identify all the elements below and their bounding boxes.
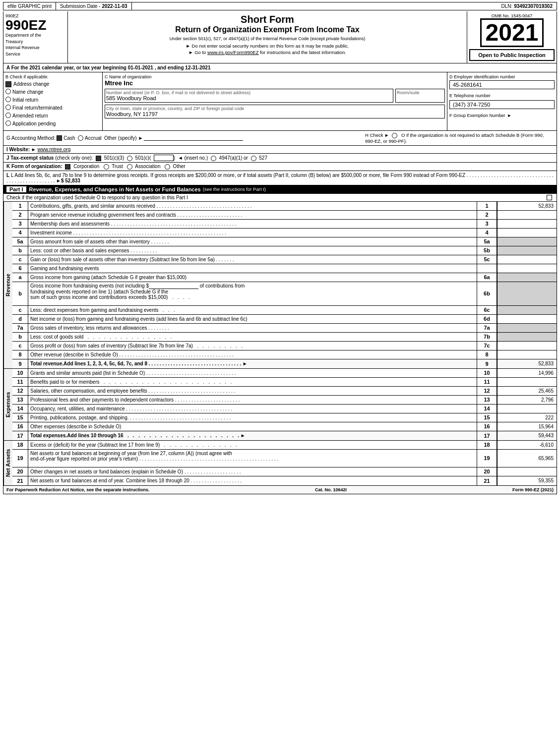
row-10: 10 Grants and similar amounts paid (list… (12, 369, 557, 378)
part1-check-box[interactable] (547, 195, 552, 200)
initial-return-radio[interactable] (5, 97, 11, 102)
irs-link[interactable]: www.irs.gov/Form990EZ (207, 50, 258, 55)
501c-radio[interactable] (127, 156, 132, 161)
row-6-lineno (477, 264, 497, 273)
row-19-num: 19 (12, 450, 28, 467)
row-14-value (497, 405, 557, 413)
row-2-num: 2 (12, 211, 28, 219)
other-radio[interactable] (165, 164, 170, 170)
insert-no-label: ◄ (insert no.) (178, 155, 208, 161)
section-a-text: A For the 2021 calendar year, or tax yea… (6, 65, 210, 70)
j-label: J Tax-exempt status (6, 155, 54, 161)
row-16-value: 15,964 (497, 422, 557, 431)
city-label: City or town, state or province, country… (106, 106, 443, 111)
row-13: 13 Professional fees and other payments … (12, 396, 557, 405)
row-7c-lineno: 7c (477, 342, 497, 350)
row-3-num: 3 (12, 220, 28, 228)
row-6-desc: Gaming and fundraising events (28, 264, 477, 273)
row-6a-num: a (12, 273, 28, 282)
501c3-label: 501(c)(3) (104, 155, 124, 161)
amended-return-label: Amended return (12, 113, 48, 119)
name-change-radio[interactable] (5, 89, 11, 94)
row-8: 8 Other revenue (describe in Schedule O)… (12, 350, 557, 359)
row-16-lineno: 16 (477, 422, 497, 431)
row-16-num: 16 (12, 422, 28, 431)
row-11: 11 Benefits paid to or for members . . .… (12, 378, 557, 387)
check-application-pending: Application pending (5, 120, 100, 127)
row-11-value (497, 378, 557, 386)
row-7a: 7a Gross sales of inventory, less return… (12, 324, 557, 333)
row-9-num: 9 (12, 359, 28, 368)
row-1-num: 1 (12, 202, 28, 210)
form-title-sub: Return of Organization Exempt From Incom… (70, 25, 465, 34)
row-6-value (497, 264, 557, 273)
website-url[interactable]: www.mtree.org (38, 147, 71, 152)
address-field: Number and street (or P. O. box, if mail… (105, 89, 393, 103)
row-14-desc: Occupancy, rent, utilities, and maintena… (28, 405, 477, 413)
row-5c-desc: Gain or (loss) from sale of assets other… (28, 255, 477, 264)
address-change-checkbox[interactable] (5, 81, 11, 87)
k-label: K Form of organization: (6, 164, 62, 169)
row-5b-value (497, 246, 557, 255)
row-5c-lineno: 5c (477, 255, 497, 264)
amended-return-radio[interactable] (5, 113, 11, 118)
form-note3: ► Go to www.irs.gov/Form990EZ for instru… (70, 50, 465, 55)
row-13-lineno: 13 (477, 396, 497, 404)
row-11-lineno: 11 (477, 378, 497, 386)
city-value: Woodbury, NY 11797 (106, 111, 443, 117)
corporation-checkbox[interactable] (65, 164, 70, 170)
501c3-checkbox[interactable] (96, 156, 101, 161)
c-label: C Name of organization (105, 74, 445, 79)
footer-left: For Paperwork Reduction Act Notice, see … (6, 487, 149, 492)
cash-label: Cash (63, 135, 75, 141)
tax-section: J Tax-exempt status (check only one): 50… (3, 154, 557, 163)
part1-subtitle: (see the instructions for Part I) (203, 186, 266, 192)
corporation-label: Corporation (73, 164, 99, 169)
row-8-num: 8 (12, 350, 28, 359)
row-14-num: 14 (12, 405, 28, 413)
part1-check-row: Check if the organization used Schedule … (3, 194, 557, 202)
address-value: 585 Woodbury Road (106, 95, 392, 101)
address-row: Number and street (or P. O. box, if mail… (105, 89, 445, 103)
row-6-num: 6 (12, 264, 28, 273)
check-address-change: Address change (5, 81, 100, 88)
row-10-desc: Grants and similar amounts paid (list in… (28, 369, 477, 377)
net-assets-label: Net Assets (3, 441, 12, 485)
row-1-value: 52,833 (497, 202, 557, 210)
expenses-rows: 10 Grants and similar amounts paid (list… (12, 369, 557, 440)
row-1: 1 Contributions, gifts, grants, and simi… (12, 202, 557, 211)
row-18-num: 18 (12, 441, 28, 449)
b-label: B Check if applicable: (5, 74, 100, 79)
net-assets-section: Net Assets 18 Excess or (deficit) for th… (3, 441, 557, 486)
row-4-num: 4 (12, 229, 28, 237)
row-9-value: 52,833 (497, 359, 557, 368)
row-21-value: 59,355 (497, 476, 557, 485)
h-radio[interactable] (392, 133, 397, 138)
row-19: 19 Net assets or fund balances at beginn… (12, 450, 557, 467)
dept-info: Department of the Treasury Internal Reve… (5, 32, 65, 57)
527-radio[interactable] (251, 156, 256, 161)
footer: For Paperwork Reduction Act Notice, see … (3, 486, 557, 494)
association-radio[interactable] (127, 164, 132, 170)
accrual-label: Accrual (85, 135, 101, 141)
row-5c-num: c (12, 255, 28, 264)
submission-date: Submission Date - 2022-11-03 (56, 2, 132, 10)
trust-radio[interactable] (104, 164, 109, 170)
row-5b-desc: Less: cost or other basis and sales expe… (28, 246, 477, 255)
application-pending-radio[interactable] (5, 120, 11, 126)
row-5b-lineno: 5b (477, 246, 497, 255)
cash-checkbox[interactable] (57, 135, 62, 141)
row-17-desc: Total expenses. Add lines 10 through 16 … (28, 431, 477, 440)
row-14-lineno: 14 (477, 405, 497, 413)
form-note1: Under section 501(c), 527, or 4947(a)(1)… (70, 36, 465, 41)
final-return-radio[interactable] (5, 105, 11, 110)
row-6d-desc: Net income or (loss) from gaming and fun… (28, 315, 477, 323)
association-label: Association (135, 164, 160, 169)
revenue-label: Revenue (3, 202, 12, 368)
row-7a-lineno: 7a (477, 324, 497, 332)
accrual-radio[interactable] (78, 135, 83, 141)
l-text: L Add lines 5b, 6c, and 7b to line 9 to … (11, 173, 465, 178)
4947a1-radio[interactable] (211, 156, 216, 161)
row-4-lineno: 4 (477, 229, 497, 237)
j-note: (check only one): (55, 155, 93, 161)
